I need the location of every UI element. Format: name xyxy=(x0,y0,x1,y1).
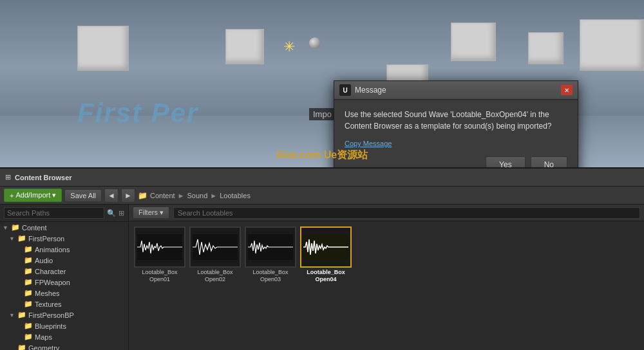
cb-header-icon: ⊞ xyxy=(5,173,11,181)
asset-label-1: Lootable_BoxOpen01 xyxy=(142,269,177,283)
plus-icon: + xyxy=(10,192,14,199)
viewport: ✳ First Per Impo 0% U Message ✕ Use the … xyxy=(0,0,644,167)
asset-tile-2[interactable]: Lootable_BoxOpen02 xyxy=(189,226,241,283)
folder-icon-geometry: 📁 xyxy=(17,344,26,350)
cube-2 xyxy=(225,29,264,64)
folder-icon-fpweapon: 📁 xyxy=(24,278,33,286)
folder-icon-animations: 📁 xyxy=(24,245,33,253)
filters-button[interactable]: Filters ▾ xyxy=(133,207,169,219)
asset-thumb-2 xyxy=(189,226,241,268)
dialog-buttons: Yes No xyxy=(345,156,567,167)
folder-icon-meshes: 📁 xyxy=(24,289,33,297)
asset-label-2: Lootable_BoxOpen02 xyxy=(197,269,232,283)
sidebar-item-firstpersonbp[interactable]: ▼ 📁 FirstPersonBP xyxy=(0,309,128,320)
folder-icon: 📁 xyxy=(138,191,147,200)
cb-header-title: Content Browser xyxy=(15,174,72,181)
add-import-label: Add/Import ▾ xyxy=(15,191,56,199)
sidebar-item-firstperson-label: FirstPerson xyxy=(28,235,64,243)
assets-search-input[interactable] xyxy=(173,207,640,219)
sidebar-item-firstpersonbp-label: FirstPersonBP xyxy=(28,311,74,319)
sidebar-item-geometry-label: Geometry xyxy=(28,344,59,351)
message-dialog: U Message ✕ Use the selected Sound Wave … xyxy=(334,80,578,167)
import-label: Impo xyxy=(309,108,336,120)
asset-label-3: Lootable_BoxOpen03 xyxy=(252,269,288,283)
cube-3 xyxy=(451,23,496,61)
arrow-content: ▼ xyxy=(3,225,9,231)
sidebar-item-audio[interactable]: 📁 Audio xyxy=(0,255,128,266)
cube-5 xyxy=(580,19,644,71)
waveform-3 xyxy=(248,234,293,260)
add-import-button[interactable]: + Add/Import ▾ xyxy=(4,189,62,202)
dialog-close-button[interactable]: ✕ xyxy=(561,85,573,95)
content-browser: ⊞ Content Browser + Add/Import ▾ Save Al… xyxy=(0,167,644,350)
dialog-title-left: U Message xyxy=(339,84,386,96)
folder-icon-firstperson: 📁 xyxy=(17,234,26,243)
dialog-titlebar: U Message ✕ xyxy=(334,81,578,100)
content-browser-header: ⊞ Content Browser xyxy=(0,169,644,187)
breadcrumb-sound[interactable]: Sound xyxy=(187,192,207,199)
sidebar-item-audio-label: Audio xyxy=(35,257,53,264)
sidebar-item-character[interactable]: 📁 Character xyxy=(0,266,128,277)
asset-tile-1[interactable]: Lootable_BoxOpen01 xyxy=(134,226,185,283)
folder-icon-character: 📁 xyxy=(24,267,33,275)
sidebar-item-textures-label: Textures xyxy=(35,300,62,308)
sidebar-item-meshes[interactable]: 📁 Meshes xyxy=(0,288,128,299)
sidebar-item-content-label: Content xyxy=(22,224,47,232)
cube-1 xyxy=(77,26,129,71)
sidebar-item-animations-label: Animations xyxy=(35,246,70,253)
ue-logo: U xyxy=(339,84,351,96)
sidebar-item-firstperson[interactable]: ▼ 📁 FirstPerson xyxy=(0,233,128,244)
no-button[interactable]: No xyxy=(531,156,567,167)
asset-thumb-1 xyxy=(134,226,185,268)
asset-label-4: Lootable_BoxOpen04 xyxy=(307,269,345,283)
sidebar-item-textures[interactable]: 📁 Textures xyxy=(0,299,128,309)
arrow-firstpersonbp: ▼ xyxy=(9,312,15,318)
copy-message-link[interactable]: Copy Message xyxy=(345,140,567,147)
dialog-body: Use the selected Sound Wave 'Lootable_Bo… xyxy=(334,100,578,167)
waveform-2 xyxy=(193,234,238,260)
sidebar-item-meshes-label: Meshes xyxy=(35,290,60,297)
folder-icon-blueprints: 📁 xyxy=(24,322,33,330)
assets-grid: Lootable_BoxOpen01 Lootable_BoxOpen02 xyxy=(129,221,644,350)
sphere-object xyxy=(309,37,321,49)
sidebar-item-blueprints[interactable]: 📁 Blueprints xyxy=(0,320,128,331)
nav-back-button[interactable]: ◄ xyxy=(104,189,118,203)
breadcrumb: 📁 Content ► Sound ► Lootables xyxy=(138,191,640,200)
breadcrumb-lootables[interactable]: Lootables xyxy=(220,192,251,199)
arrow-firstperson: ▼ xyxy=(9,235,15,242)
search-icon[interactable]: 🔍 xyxy=(107,209,116,217)
asset-thumb-3 xyxy=(245,226,296,268)
breadcrumb-sep-2: ► xyxy=(210,192,217,199)
asset-tile-3[interactable]: Lootable_BoxOpen03 xyxy=(245,226,296,283)
cb-sidebar[interactable]: 🔍 ⊞ ▼ 📁 Content ▼ 📁 FirstPerson 📁 Animat… xyxy=(0,205,129,350)
sidebar-item-geometry[interactable]: 📁 Geometry xyxy=(0,342,128,350)
sidebar-item-character-label: Character xyxy=(35,268,66,275)
sidebar-item-animations[interactable]: 📁 Animations xyxy=(0,244,128,255)
folder-icon-firstpersonbp: 📁 xyxy=(17,311,26,319)
waveform-1 xyxy=(137,234,182,260)
cb-toolbar: + Add/Import ▾ Save All ◄ ► 📁 Content ► … xyxy=(0,187,644,205)
sun-icon: ✳ xyxy=(283,39,295,55)
asset-thumb-4 xyxy=(300,226,352,268)
sidebar-item-content[interactable]: ▼ 📁 Content xyxy=(0,222,128,233)
asset-tile-4[interactable]: Lootable_BoxOpen04 xyxy=(300,226,352,283)
folder-icon-maps: 📁 xyxy=(24,333,33,341)
waveform-4 xyxy=(303,234,348,260)
sidebar-search-area: 🔍 ⊞ xyxy=(0,205,128,222)
sidebar-item-maps-label: Maps xyxy=(35,333,52,341)
breadcrumb-content[interactable]: Content xyxy=(150,192,175,199)
assets-toolbar: Filters ▾ xyxy=(129,205,644,221)
yes-button[interactable]: Yes xyxy=(486,156,526,167)
breadcrumb-sep-1: ► xyxy=(178,192,185,199)
sidebar-item-maps[interactable]: 📁 Maps xyxy=(0,331,128,342)
sidebar-item-fpweapon[interactable]: 📁 FPWeapon xyxy=(0,277,128,288)
search-paths-input[interactable] xyxy=(4,207,104,219)
first-person-label: First Per xyxy=(77,98,198,129)
folder-icon-audio: 📁 xyxy=(24,256,33,264)
sidebar-item-blueprints-label: Blueprints xyxy=(35,322,66,330)
dialog-title-text: Message xyxy=(355,86,386,95)
sidebar-settings-icon[interactable]: ⊞ xyxy=(118,209,124,217)
save-all-button[interactable]: Save All xyxy=(64,189,102,202)
nav-forward-button[interactable]: ► xyxy=(121,189,135,203)
cb-main: 🔍 ⊞ ▼ 📁 Content ▼ 📁 FirstPerson 📁 Animat… xyxy=(0,205,644,350)
